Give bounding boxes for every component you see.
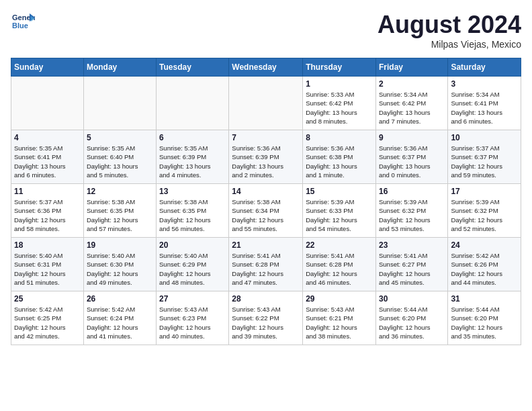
day-info: Sunrise: 5:44 AM Sunset: 6:20 PM Dayligh…	[451, 305, 518, 340]
day-number: 1	[306, 79, 373, 89]
day-number: 5	[87, 133, 153, 142]
day-number: 28	[232, 294, 300, 304]
day-cell: 12Sunrise: 5:38 AM Sunset: 6:35 PM Dayli…	[83, 184, 156, 238]
day-info: Sunrise: 5:43 AM Sunset: 6:21 PM Dayligh…	[306, 305, 373, 340]
day-number: 26	[87, 294, 153, 304]
day-number: 3	[451, 79, 518, 89]
day-number: 11	[14, 187, 81, 196]
day-info: Sunrise: 5:40 AM Sunset: 6:30 PM Dayligh…	[87, 251, 153, 287]
day-number: 14	[232, 187, 300, 196]
page-header: General Blue August 2024 Milpas Viejas, …	[11, 11, 521, 50]
day-number: 27	[159, 294, 226, 304]
day-cell: 25Sunrise: 5:42 AM Sunset: 6:25 PM Dayli…	[11, 291, 84, 345]
day-info: Sunrise: 5:39 AM Sunset: 6:32 PM Dayligh…	[379, 197, 445, 233]
day-info: Sunrise: 5:34 AM Sunset: 6:42 PM Dayligh…	[379, 90, 445, 126]
day-info: Sunrise: 5:34 AM Sunset: 6:41 PM Dayligh…	[451, 90, 518, 126]
day-cell: 20Sunrise: 5:40 AM Sunset: 6:29 PM Dayli…	[157, 238, 229, 291]
header-cell-saturday: Saturday	[448, 58, 521, 77]
day-cell: 7Sunrise: 5:36 AM Sunset: 6:39 PM Daylig…	[229, 130, 303, 184]
calendar-body: 1Sunrise: 5:33 AM Sunset: 6:42 PM Daylig…	[11, 77, 521, 345]
header-cell-monday: Monday	[83, 58, 156, 77]
day-info: Sunrise: 5:38 AM Sunset: 6:35 PM Dayligh…	[159, 197, 226, 233]
day-info: Sunrise: 5:38 AM Sunset: 6:34 PM Dayligh…	[232, 197, 300, 233]
day-cell: 30Sunrise: 5:44 AM Sunset: 6:20 PM Dayli…	[375, 291, 447, 345]
day-cell: 15Sunrise: 5:39 AM Sunset: 6:33 PM Dayli…	[303, 184, 376, 238]
day-cell: 2Sunrise: 5:34 AM Sunset: 6:42 PM Daylig…	[375, 77, 447, 130]
day-cell: 10Sunrise: 5:37 AM Sunset: 6:37 PM Dayli…	[448, 130, 521, 184]
day-number: 22	[306, 240, 373, 250]
day-cell: 19Sunrise: 5:40 AM Sunset: 6:30 PM Dayli…	[83, 238, 156, 291]
day-cell: 16Sunrise: 5:39 AM Sunset: 6:32 PM Dayli…	[375, 184, 447, 238]
day-cell	[229, 77, 303, 130]
day-cell: 8Sunrise: 5:36 AM Sunset: 6:38 PM Daylig…	[303, 130, 376, 184]
day-number: 18	[14, 240, 81, 250]
day-info: Sunrise: 5:42 AM Sunset: 6:26 PM Dayligh…	[451, 251, 518, 287]
day-info: Sunrise: 5:35 AM Sunset: 6:41 PM Dayligh…	[14, 144, 81, 179]
day-number: 21	[232, 240, 300, 250]
day-number: 12	[87, 187, 153, 196]
day-number: 24	[451, 240, 518, 250]
day-number: 8	[306, 133, 373, 142]
header-cell-tuesday: Tuesday	[157, 58, 229, 77]
day-cell: 23Sunrise: 5:41 AM Sunset: 6:27 PM Dayli…	[375, 238, 447, 291]
day-cell: 29Sunrise: 5:43 AM Sunset: 6:21 PM Dayli…	[303, 291, 376, 345]
day-cell: 31Sunrise: 5:44 AM Sunset: 6:20 PM Dayli…	[448, 291, 521, 345]
day-info: Sunrise: 5:36 AM Sunset: 6:39 PM Dayligh…	[232, 144, 300, 179]
day-cell: 5Sunrise: 5:35 AM Sunset: 6:40 PM Daylig…	[83, 130, 156, 184]
day-cell: 6Sunrise: 5:35 AM Sunset: 6:39 PM Daylig…	[157, 130, 229, 184]
day-info: Sunrise: 5:44 AM Sunset: 6:20 PM Dayligh…	[379, 305, 445, 340]
day-number: 6	[159, 133, 226, 142]
header-cell-friday: Friday	[375, 58, 447, 77]
day-info: Sunrise: 5:38 AM Sunset: 6:35 PM Dayligh…	[87, 197, 153, 233]
day-info: Sunrise: 5:40 AM Sunset: 6:29 PM Dayligh…	[159, 251, 226, 287]
day-number: 29	[306, 294, 373, 304]
week-row-4: 18Sunrise: 5:40 AM Sunset: 6:31 PM Dayli…	[11, 238, 521, 291]
day-number: 7	[232, 133, 300, 142]
day-number: 30	[379, 294, 445, 304]
day-number: 13	[159, 187, 226, 196]
day-number: 17	[451, 187, 518, 196]
day-info: Sunrise: 5:41 AM Sunset: 6:28 PM Dayligh…	[306, 251, 373, 287]
main-title: August 2024	[378, 11, 521, 39]
calendar-table: SundayMondayTuesdayWednesdayThursdayFrid…	[11, 58, 521, 345]
day-cell: 21Sunrise: 5:41 AM Sunset: 6:28 PM Dayli…	[229, 238, 303, 291]
day-cell	[157, 77, 229, 130]
subtitle: Milpas Viejas, Mexico	[378, 39, 521, 50]
day-cell: 13Sunrise: 5:38 AM Sunset: 6:35 PM Dayli…	[157, 184, 229, 238]
svg-text:Blue: Blue	[12, 21, 28, 30]
day-info: Sunrise: 5:37 AM Sunset: 6:37 PM Dayligh…	[451, 144, 518, 179]
day-cell	[11, 77, 84, 130]
week-row-1: 1Sunrise: 5:33 AM Sunset: 6:42 PM Daylig…	[11, 77, 521, 130]
day-info: Sunrise: 5:36 AM Sunset: 6:38 PM Dayligh…	[306, 144, 373, 179]
day-number: 9	[379, 133, 445, 142]
day-number: 15	[306, 187, 373, 196]
day-number: 10	[451, 133, 518, 142]
logo-icon: General Blue	[11, 11, 35, 35]
day-info: Sunrise: 5:36 AM Sunset: 6:37 PM Dayligh…	[379, 144, 445, 179]
day-cell: 11Sunrise: 5:37 AM Sunset: 6:36 PM Dayli…	[11, 184, 84, 238]
day-cell: 17Sunrise: 5:39 AM Sunset: 6:32 PM Dayli…	[448, 184, 521, 238]
header-cell-sunday: Sunday	[11, 58, 84, 77]
calendar-header: SundayMondayTuesdayWednesdayThursdayFrid…	[11, 58, 521, 77]
header-cell-thursday: Thursday	[303, 58, 376, 77]
day-info: Sunrise: 5:35 AM Sunset: 6:39 PM Dayligh…	[159, 144, 226, 179]
day-cell: 27Sunrise: 5:43 AM Sunset: 6:23 PM Dayli…	[157, 291, 229, 345]
day-number: 16	[379, 187, 445, 196]
day-cell: 14Sunrise: 5:38 AM Sunset: 6:34 PM Dayli…	[229, 184, 303, 238]
day-number: 25	[14, 294, 81, 304]
header-row: SundayMondayTuesdayWednesdayThursdayFrid…	[11, 58, 521, 77]
day-info: Sunrise: 5:41 AM Sunset: 6:28 PM Dayligh…	[232, 251, 300, 287]
day-cell: 9Sunrise: 5:36 AM Sunset: 6:37 PM Daylig…	[375, 130, 447, 184]
day-info: Sunrise: 5:42 AM Sunset: 6:25 PM Dayligh…	[14, 305, 81, 340]
week-row-3: 11Sunrise: 5:37 AM Sunset: 6:36 PM Dayli…	[11, 184, 521, 238]
day-info: Sunrise: 5:43 AM Sunset: 6:23 PM Dayligh…	[159, 305, 226, 340]
day-cell: 18Sunrise: 5:40 AM Sunset: 6:31 PM Dayli…	[11, 238, 84, 291]
day-cell: 24Sunrise: 5:42 AM Sunset: 6:26 PM Dayli…	[448, 238, 521, 291]
day-number: 31	[451, 294, 518, 304]
day-info: Sunrise: 5:33 AM Sunset: 6:42 PM Dayligh…	[306, 90, 373, 126]
day-info: Sunrise: 5:43 AM Sunset: 6:22 PM Dayligh…	[232, 305, 300, 340]
day-info: Sunrise: 5:39 AM Sunset: 6:33 PM Dayligh…	[306, 197, 373, 233]
day-info: Sunrise: 5:35 AM Sunset: 6:40 PM Dayligh…	[87, 144, 153, 179]
day-number: 23	[379, 240, 445, 250]
day-number: 2	[379, 79, 445, 89]
